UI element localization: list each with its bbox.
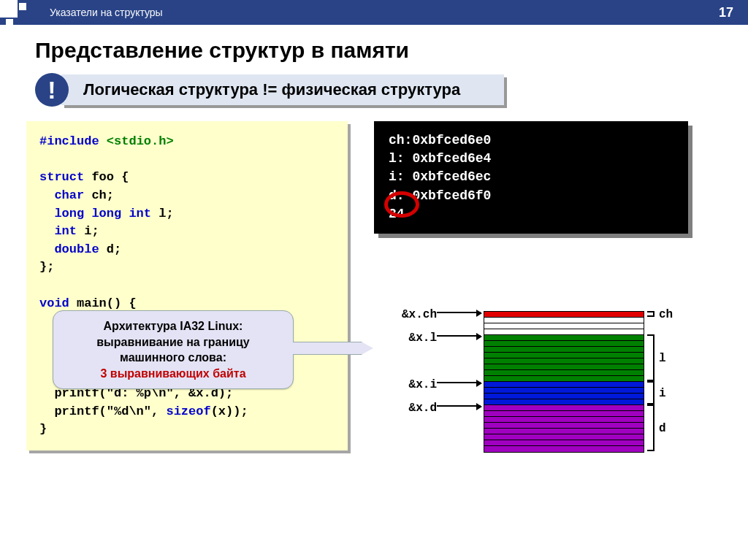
- breadcrumb: Указатели на структуры: [28, 7, 163, 18]
- code-line: sizeof: [166, 404, 210, 418]
- callout-text: Логическая структура != физическая струк…: [61, 74, 504, 105]
- code-line: printf("%d\n",: [39, 404, 166, 418]
- terminal-line: 24: [389, 205, 673, 223]
- pointer-arrow-icon: [293, 342, 373, 355]
- field-label: d: [659, 422, 666, 435]
- exclamation-icon: !: [35, 73, 69, 107]
- terminal-line: d: 0xbfced6f0: [389, 187, 673, 205]
- callout-row: ! Логическая структура != физическая стр…: [35, 73, 748, 107]
- code-block: #include <stdio.h> struct foo { char ch;…: [26, 121, 348, 450]
- mem-label: &x.l: [409, 331, 437, 345]
- field-label: i: [659, 387, 666, 400]
- page-title: Представление структур в памяти: [35, 38, 748, 63]
- terminal-line: ch:0xbfced6e0: [389, 131, 673, 150]
- code-line: char: [39, 188, 84, 202]
- field-label: l: [659, 352, 666, 365]
- code-line: d;: [99, 242, 122, 256]
- code-line: #include: [39, 134, 107, 148]
- code-line: struct: [39, 170, 84, 184]
- highlight-circle-icon: [384, 191, 419, 218]
- code-line: foo {: [84, 170, 129, 184]
- memory-diagram: &x.ch &x.l &x.i &x.d: [374, 311, 725, 453]
- terminal-line: i: 0xbfced6ec: [389, 168, 673, 186]
- annotation-bubble: Архитектура IA32 Linux: выравнивание на …: [53, 310, 294, 389]
- mem-label: &x.i: [409, 378, 437, 391]
- terminal-output: ch:0xbfced6e0 l: 0xbfced6e4 i: 0xbfced6e…: [374, 121, 688, 234]
- slide-header: Указатели на структуры 17: [0, 0, 748, 25]
- code-line: <stdio.h>: [107, 134, 174, 148]
- logo-icon: [0, 0, 23, 25]
- code-line: };: [39, 258, 335, 277]
- code-line: int: [39, 224, 77, 238]
- page-number: 17: [719, 5, 733, 20]
- terminal-line: l: 0xbfced6e4: [389, 150, 673, 168]
- field-label: ch: [659, 308, 673, 321]
- code-line: ch;: [84, 188, 114, 202]
- mem-label: &x.d: [409, 402, 437, 415]
- note-line: 3 выравнивающих байта: [65, 366, 281, 382]
- code-line: long long int: [39, 207, 151, 220]
- note-line: машинного слова:: [65, 350, 281, 366]
- note-line: выравнивание на границу: [65, 334, 281, 350]
- code-line: void: [39, 296, 69, 310]
- note-line: Архитектура IA32 Linux:: [65, 318, 281, 334]
- code-line: main() {: [69, 296, 137, 310]
- code-line: l;: [151, 207, 174, 220]
- code-line: }: [39, 421, 335, 439]
- code-line: (x));: [211, 404, 248, 418]
- code-line: double: [39, 242, 99, 256]
- mem-label: &x.ch: [402, 308, 437, 321]
- code-line: i;: [77, 224, 99, 238]
